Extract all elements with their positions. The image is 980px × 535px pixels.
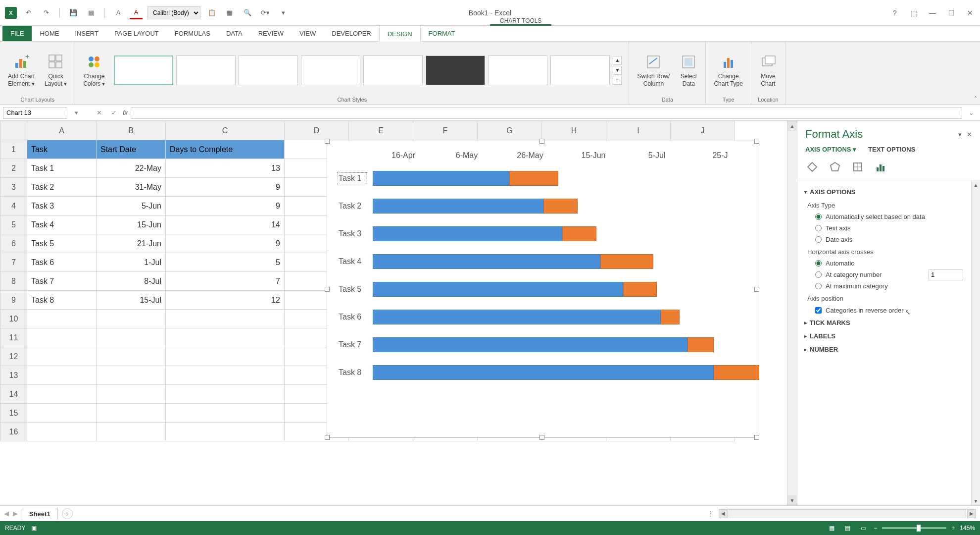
collapse-ribbon-icon[interactable]: ˄ — [974, 96, 977, 103]
zoom-level[interactable]: 145% — [960, 525, 975, 532]
cell[interactable]: Task 2 — [27, 178, 97, 197]
row-header[interactable]: 7 — [0, 253, 27, 272]
cell[interactable]: 14 — [166, 215, 285, 234]
worksheet-area[interactable]: A B C D E F G H I J 1 Task Start Date Da… — [0, 121, 797, 505]
cell-B1[interactable]: Start Date — [97, 140, 166, 159]
radio-auto-select[interactable]: Automatically select based on data — [804, 211, 973, 222]
sheet-nav-prev-icon[interactable]: ◀ — [4, 510, 9, 517]
col-header-F[interactable]: F — [413, 121, 478, 140]
quick-layout-button[interactable]: Quick Layout ▾ — [42, 51, 70, 89]
chart-style-thumb-5[interactable] — [363, 55, 423, 85]
cell[interactable]: Task 5 — [27, 234, 97, 253]
normal-view-icon[interactable]: ▦ — [826, 524, 837, 533]
cell[interactable]: 22-May — [97, 159, 166, 178]
chart-style-thumb-8[interactable] — [550, 55, 610, 85]
chart-bar-row[interactable]: Task 6 — [337, 308, 752, 326]
chart-bar-row[interactable]: Task 8 — [337, 363, 752, 382]
formula-input[interactable] — [131, 107, 962, 119]
chart-style-thumb-3[interactable] — [239, 55, 298, 85]
row-header[interactable]: 4 — [0, 197, 27, 215]
col-header-A[interactable]: A — [27, 121, 97, 140]
cell[interactable]: 9 — [166, 197, 285, 215]
maximize-icon[interactable]: ☐ — [946, 8, 956, 18]
radio-text-axis[interactable]: Text axis — [804, 222, 973, 234]
chart-bar-duration[interactable] — [623, 282, 657, 297]
embedded-chart[interactable]: 16-Apr 6-May 26-May 15-Jun 5-Jul 25-J Ta… — [327, 141, 757, 438]
gallery-scroll-down-icon[interactable]: ▼ — [613, 66, 622, 75]
chart-bar-duration[interactable] — [687, 337, 714, 352]
tab-view[interactable]: VIEW — [292, 26, 324, 41]
hscroll-left-icon[interactable]: ◀ — [719, 509, 728, 518]
pane-tab-axis-options[interactable]: AXIS OPTIONS ▾ — [805, 146, 856, 153]
cell[interactable]: 1-Jul — [97, 253, 166, 272]
table-icon[interactable]: ▦ — [223, 6, 236, 19]
col-header-C[interactable]: C — [166, 121, 285, 140]
cell[interactable]: 8-Jul — [97, 272, 166, 291]
cancel-formula-icon[interactable]: ✕ — [93, 107, 105, 119]
zoom-in-icon[interactable]: + — [951, 525, 955, 532]
zoom-slider[interactable] — [882, 527, 946, 529]
effects-icon[interactable] — [828, 160, 842, 174]
add-chart-element-button[interactable]: + Add Chart Element ▾ — [5, 51, 38, 89]
row-header[interactable]: 9 — [0, 291, 27, 310]
change-chart-type-button[interactable]: Change Chart Type — [711, 51, 745, 89]
chart-plot-area[interactable]: Task 1Task 2Task 3Task 4Task 5Task 6Task… — [332, 169, 752, 382]
gallery-more-icon[interactable]: ≡ — [613, 76, 622, 85]
row-header[interactable]: 15 — [0, 404, 27, 423]
radio-date-axis[interactable]: Date axis — [804, 234, 973, 245]
tab-review[interactable]: REVIEW — [250, 26, 292, 41]
cell[interactable]: Task 6 — [27, 253, 97, 272]
chart-bar-row[interactable]: Task 2 — [337, 197, 752, 215]
tab-insert[interactable]: INSERT — [67, 26, 106, 41]
col-header-I[interactable]: I — [606, 121, 671, 140]
pane-tab-text-options[interactable]: TEXT OPTIONS — [868, 146, 915, 153]
help-icon[interactable]: ? — [890, 8, 900, 18]
fill-line-icon[interactable] — [805, 160, 819, 174]
tab-page-layout[interactable]: PAGE LAYOUT — [106, 26, 167, 41]
fx-icon[interactable]: fx — [123, 109, 128, 116]
tab-developer[interactable]: DEVELOPER — [324, 26, 379, 41]
col-header-G[interactable]: G — [478, 121, 542, 140]
row-header[interactable]: 1 — [0, 140, 27, 159]
move-chart-button[interactable]: Move Chart — [756, 51, 780, 89]
col-header-D[interactable]: D — [285, 121, 349, 140]
section-tick-marks[interactable]: ▸TICK MARKS — [804, 316, 973, 329]
row-header[interactable]: 8 — [0, 272, 27, 291]
pane-scroll-up-icon[interactable]: ▲ — [972, 180, 980, 189]
add-sheet-button[interactable]: + — [62, 508, 73, 519]
page-layout-view-icon[interactable]: ▤ — [842, 524, 853, 533]
scroll-down-icon[interactable]: ▼ — [787, 495, 797, 505]
cell[interactable]: 9 — [166, 178, 285, 197]
cell[interactable]: 21-Jun — [97, 234, 166, 253]
size-properties-icon[interactable] — [851, 160, 865, 174]
axis-options-icon[interactable] — [874, 160, 887, 174]
row-header[interactable]: 12 — [0, 347, 27, 366]
close-icon[interactable]: ✕ — [965, 8, 975, 18]
chart-bar-duration[interactable] — [509, 171, 559, 186]
new-icon[interactable]: ▤ — [85, 6, 98, 19]
tab-format[interactable]: FORMAT — [421, 26, 463, 41]
chart-bar-row[interactable]: Task 1 — [337, 169, 752, 188]
pane-options-icon[interactable]: ▾ — [958, 131, 962, 138]
chart-bar-duration[interactable] — [714, 365, 759, 380]
minimize-icon[interactable]: — — [928, 8, 937, 18]
at-category-number-input[interactable] — [929, 269, 963, 280]
scroll-up-icon[interactable]: ▲ — [787, 121, 797, 131]
chart-bar-duration[interactable] — [562, 226, 596, 241]
change-colors-button[interactable]: Change Colors ▾ — [80, 51, 108, 89]
chart-bar-start-date[interactable] — [373, 310, 661, 324]
horizontal-scrollbar[interactable] — [729, 509, 966, 518]
save-icon[interactable]: 💾 — [67, 6, 80, 19]
chart-bar-duration[interactable] — [543, 199, 578, 214]
cell[interactable]: 9 — [166, 234, 285, 253]
cell[interactable]: Task 4 — [27, 215, 97, 234]
select-all-corner[interactable] — [0, 121, 27, 140]
cell[interactable]: 12 — [166, 291, 285, 310]
section-number[interactable]: ▸NUMBER — [804, 343, 973, 356]
qat-customize-icon[interactable]: ▾ — [277, 6, 290, 19]
chart-bar-row[interactable]: Task 5 — [337, 280, 752, 299]
tab-file[interactable]: FILE — [2, 26, 32, 41]
tab-data[interactable]: DATA — [218, 26, 250, 41]
col-header-B[interactable]: B — [97, 121, 166, 140]
font-size-icon[interactable]: A — [112, 6, 125, 19]
